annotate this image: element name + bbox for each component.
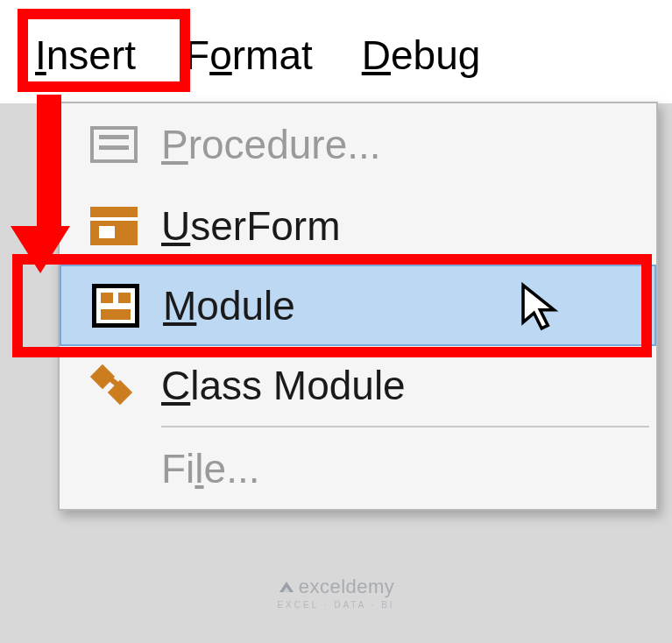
file-label: e... (204, 446, 260, 491)
userform-hotkey: U (161, 203, 190, 249)
menu-item-userform[interactable]: UserForm (60, 185, 656, 266)
procedure-icon (67, 126, 161, 163)
menu-item-procedure: Procedure... (60, 103, 656, 185)
module-hotkey: M (163, 283, 196, 329)
menu-item-class-module[interactable]: Class Module (60, 344, 656, 426)
file-pre: Fi (161, 446, 195, 491)
menu-format-hotkey: o (209, 32, 232, 78)
menu-insert[interactable]: Insert (11, 21, 160, 89)
menu-item-file: File... (60, 427, 656, 509)
class-label: lass Module (190, 363, 405, 408)
menu-debug-rest: ebug (391, 32, 480, 78)
insert-dropdown: Procedure... UserForm Module Cl (58, 102, 658, 511)
menu-format-rest: rmat (232, 32, 313, 78)
menu-insert-hotkey: I (35, 32, 46, 78)
menu-format-pre: F (185, 32, 209, 78)
watermark-sub: EXCEL · DATA · BI (0, 600, 672, 610)
class-hotkey: C (161, 363, 190, 408)
module-icon (68, 284, 163, 328)
procedure-label: rocedure... (188, 122, 381, 167)
menu-item-module[interactable]: Module (60, 265, 656, 346)
menubar: Insert Format Debug (11, 7, 566, 103)
watermark-text: exceldemy (299, 576, 395, 597)
procedure-hotkey: P (161, 122, 188, 167)
file-hotkey: l (195, 446, 203, 491)
class-module-icon (67, 366, 161, 405)
menu-format[interactable]: Format (160, 21, 337, 89)
menu-debug-hotkey: D (362, 32, 391, 78)
menu-insert-rest: nsert (46, 32, 136, 78)
module-label: odule (196, 283, 295, 329)
annotation-arrow (28, 95, 70, 273)
watermark: exceldemy EXCEL · DATA · BI (0, 576, 672, 610)
menu-debug[interactable]: Debug (337, 21, 506, 89)
userform-icon (67, 207, 161, 245)
userform-label: serForm (190, 203, 340, 249)
